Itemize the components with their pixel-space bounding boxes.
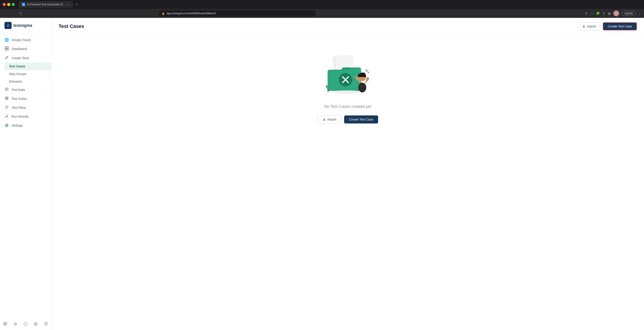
sidebar-dashboard-label: Dashboard [12, 47, 47, 51]
chevron-up-icon: ⌃ [44, 56, 47, 60]
svg-point-24 [358, 83, 366, 92]
sidebar-item-settings[interactable]: ⚙️ Settings [0, 121, 51, 130]
refresh-button[interactable]: ↻ [18, 11, 23, 16]
sidebar-item-simply-travel[interactable]: 🌐 Simply-Travel [0, 35, 51, 44]
tab-close-button[interactable]: ✕ [67, 3, 70, 6]
chevron-down-icon: ⌄ [44, 88, 47, 91]
traffic-lights [3, 3, 15, 6]
page-title: Test Cases [58, 23, 84, 29]
elements-label: Elements [9, 80, 22, 83]
sidebar-item-run-results[interactable]: Run Results [0, 112, 51, 121]
sidebar-item-test-suites[interactable]: Test Suites [0, 94, 51, 103]
forward-button[interactable]: → [10, 11, 16, 16]
svg-point-19 [46, 325, 46, 325]
svg-rect-1 [7, 47, 8, 48]
empty-state-message: No Test Cases created yet [324, 104, 372, 109]
download-icon[interactable]: ⬇ [602, 12, 605, 15]
chrome-menu-icon[interactable]: ⋮ [638, 12, 641, 15]
bookmark-icon[interactable]: ☆ [590, 12, 593, 15]
svg-rect-12 [4, 322, 5, 324]
import-label: Import [587, 24, 596, 28]
empty-create-test-case-button[interactable]: Create Test Case [344, 115, 378, 124]
edit-icon [4, 56, 9, 60]
sidebar-run-results-label: Run Results [12, 115, 47, 118]
svg-rect-15 [5, 324, 7, 325]
sidebar-subitem-elements[interactable]: Elements [4, 78, 51, 85]
tab-split-icon[interactable]: ▣ [608, 12, 611, 15]
address-text: app.testsigma.com/ui/td/68/cases/filters… [166, 12, 216, 15]
close-window-button[interactable] [3, 3, 6, 6]
empty-import-button[interactable]: Import [317, 115, 342, 124]
sidebar-item-dashboard[interactable]: Dashboard [0, 44, 51, 54]
step-groups-label: Step Groups [9, 72, 26, 76]
main-content: Test Cases Import Create Test Case [52, 18, 644, 330]
empty-actions: Import Create Test Case [317, 115, 378, 124]
svg-rect-26 [328, 90, 328, 92]
tab-favicon: T [22, 3, 25, 6]
sidebar-create-tests-label: Create Tests [12, 56, 42, 60]
dashboard-icon [4, 46, 9, 51]
svg-rect-7 [5, 98, 6, 100]
maximize-window-button[interactable] [12, 3, 15, 6]
minimize-window-button[interactable] [7, 3, 10, 6]
svg-rect-14 [4, 324, 5, 325]
test-suites-icon [4, 96, 9, 101]
tab-title: AI Powered Test Automation P... [27, 3, 65, 6]
empty-illustration [316, 53, 379, 98]
test-plans-icon [4, 105, 9, 110]
user-avatar[interactable]: U [613, 10, 619, 16]
svg-point-27 [333, 90, 360, 94]
sidebar: ⚙ testsigma 🌐 Simply-Travel Dashboard Cr… [0, 18, 52, 330]
svg-rect-5 [5, 97, 6, 98]
svg-rect-4 [5, 88, 8, 91]
browser-menu-icon[interactable]: ⋮ [639, 3, 641, 6]
sidebar-logo: ⚙ testsigma [0, 18, 51, 33]
lock-icon: 🔒 [162, 12, 165, 15]
new-tab-button[interactable]: + [76, 2, 78, 7]
empty-state: No Test Cases created yet Import Create … [52, 35, 644, 142]
sidebar-item-label: Simply-Travel [12, 38, 47, 42]
sidebar-item-create-tests[interactable]: Create Tests ⌃ [0, 54, 51, 62]
header-actions: Import Create Test Case [578, 22, 637, 30]
logo-icon: ⚙ [4, 22, 12, 29]
browser-chrome: T AI Powered Test Automation P... ✕ + ⋮ [0, 0, 644, 9]
empty-import-label: Import [327, 118, 336, 121]
create-test-case-header-button[interactable]: Create Test Case [603, 22, 637, 30]
sidebar-item-test-data[interactable]: Test Data ⌄ [0, 85, 51, 94]
svg-rect-2 [5, 49, 6, 50]
svg-rect-11 [7, 115, 8, 117]
sidebar-item-test-plans[interactable]: Test Plans [0, 103, 51, 112]
svg-rect-9 [5, 116, 6, 117]
create-test-case-label: Create Test Case [608, 24, 632, 28]
browser-nav: ← → ↻ 🔒 app.testsigma.com/ui/td/68/cases… [0, 9, 644, 18]
browser-tab[interactable]: T AI Powered Test Automation P... ✕ [19, 1, 73, 8]
sidebar-bottom-grid-icon[interactable] [1, 320, 9, 328]
back-button[interactable]: ← [3, 11, 8, 16]
extensions-icon[interactable]: 🧩 [596, 12, 600, 15]
sidebar-test-data-label: Test Data [12, 88, 42, 92]
sidebar-bottom-gift-icon[interactable] [32, 320, 40, 328]
globe-icon: 🌐 [4, 38, 9, 42]
update-button[interactable]: Update [622, 11, 636, 16]
share-icon[interactable]: ⬆ [585, 12, 588, 15]
sidebar-test-plans-label: Test Plans [12, 106, 47, 109]
sidebar-test-suites-label: Test Suites [12, 97, 47, 101]
svg-point-16 [24, 322, 27, 325]
address-bar[interactable]: 🔒 app.testsigma.com/ui/td/68/cases/filte… [159, 10, 316, 16]
svg-rect-6 [7, 97, 8, 98]
sidebar-bottom-star-icon[interactable] [12, 320, 20, 328]
test-cases-label: Test Cases [9, 64, 25, 68]
svg-rect-10 [6, 115, 7, 117]
svg-rect-8 [7, 98, 8, 100]
svg-rect-0 [5, 47, 6, 48]
import-button[interactable]: Import [578, 22, 600, 30]
sidebar-subitem-test-cases[interactable]: Test Cases [4, 62, 51, 70]
empty-create-label: Create Test Case [349, 118, 373, 121]
nav-actions: ⬆ ☆ 🧩 ⬇ ▣ U Update ⋮ [585, 10, 641, 16]
svg-rect-3 [7, 49, 8, 50]
sidebar-bottom-circle-icon[interactable] [22, 320, 30, 328]
sidebar-bottom [0, 317, 51, 330]
sidebar-subitem-step-groups[interactable]: Step Groups [4, 70, 51, 78]
sidebar-bottom-help-icon[interactable] [42, 320, 50, 328]
run-results-icon [4, 114, 9, 119]
